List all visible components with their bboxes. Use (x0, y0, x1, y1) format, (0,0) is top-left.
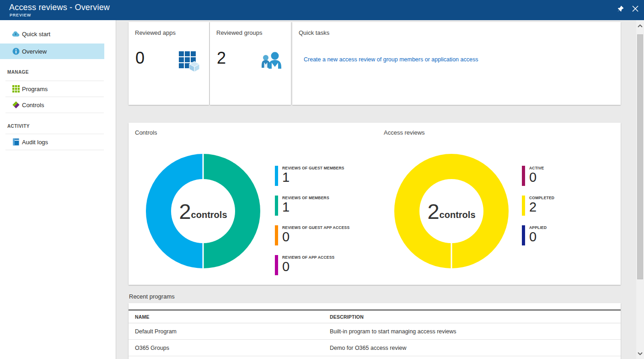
legend-item: REVIEWS OF MEMBERS 1 (275, 195, 349, 217)
create-access-review-link[interactable]: Create a new access review of group memb… (304, 56, 478, 63)
program-description: Demo for O365 access review (330, 345, 621, 351)
legend-value: 2 (529, 200, 554, 215)
sidebar-item-label: Overview (22, 48, 47, 55)
legend-label: REVIEWS OF GUEST APP ACCESS (282, 225, 349, 230)
book-icon (12, 138, 20, 146)
legend-item: APPLIED 0 (522, 224, 554, 246)
sidebar-section-manage: MANAGE (0, 67, 104, 76)
legend-swatch (275, 196, 278, 216)
card-title: Quick tasks (299, 29, 329, 36)
legend-item: REVIEWS OF GUEST MEMBERS 1 (275, 165, 349, 187)
diamond-icon (12, 101, 20, 109)
table-row[interactable]: Default Program Built-in program to star… (129, 323, 621, 340)
reviewed-apps-card[interactable]: Reviewed apps 0 (129, 22, 209, 105)
sidebar-item-audit-logs[interactable]: Audit logs (0, 134, 104, 150)
sidebar-item-label: Quick start (22, 31, 50, 38)
info-icon (12, 48, 20, 55)
donut-center-value: 2 (427, 201, 439, 222)
column-header-description: DESCRIPTION (330, 314, 621, 320)
column-header-name: NAME (129, 314, 330, 320)
legend-item: REVIEWS OF APP ACCESS 0 (275, 254, 349, 276)
preview-badge: PREVIEW (10, 13, 31, 17)
people-icon (260, 49, 283, 72)
legend-swatch (275, 225, 278, 245)
legend-label: REVIEWS OF APP ACCESS (282, 255, 334, 260)
page-title: Access reviews - Overview (9, 3, 110, 12)
program-name: Default Program (129, 328, 330, 335)
donut-center: 2 controls (171, 179, 235, 243)
reviewed-groups-count: 2 (217, 49, 226, 68)
legend-swatch (275, 166, 278, 186)
scroll-up-icon[interactable] (636, 21, 644, 30)
legend-swatch (522, 166, 525, 186)
sidebar-section-activity: ACTIVITY (0, 121, 104, 131)
sidebar: Quick start Overview MANAGE Programs Con… (0, 20, 116, 359)
card-title: Reviewed groups (216, 29, 262, 36)
controls-legend: REVIEWS OF GUEST MEMBERS 1 REVIEWS OF ME… (275, 165, 349, 284)
close-icon[interactable] (630, 4, 640, 14)
legend-label: REVIEWS OF GUEST MEMBERS (282, 166, 344, 170)
legend-item: ACTIVE 0 (522, 165, 554, 187)
access-reviews-chart-title: Access reviews (384, 129, 425, 136)
table-header-row: NAME DESCRIPTION (129, 310, 621, 323)
donut-center-value: 2 (179, 201, 191, 222)
program-name: O365 Groups (129, 345, 330, 351)
sidebar-item-quick-start[interactable]: Quick start (0, 26, 104, 42)
legend-item: REVIEWS OF GUEST APP ACCESS 0 (275, 224, 349, 246)
legend-value: 0 (529, 230, 547, 245)
main-content: Reviewed apps 0 Reviewed groups 2 Quick … (117, 20, 636, 359)
legend-value: 0 (282, 230, 349, 245)
sidebar-item-label: Programs (22, 86, 48, 92)
donut-center: 2 controls (419, 179, 483, 243)
legend-value: 1 (282, 200, 329, 215)
access-reviews-donut-chart[interactable]: 2 controls (394, 154, 509, 268)
table-top-strip (129, 303, 621, 310)
charts-card: Controls Access reviews 2 controls REVIE… (129, 123, 621, 285)
legend-value: 0 (529, 170, 544, 185)
card-title: Reviewed apps (135, 29, 176, 36)
sidebar-item-programs[interactable]: Programs (0, 81, 104, 97)
legend-item: COMPLETED 2 (522, 195, 554, 217)
access-reviews-legend: ACTIVE 0 COMPLETED 2 APPLIED 0 (522, 165, 554, 254)
legend-swatch (522, 225, 525, 245)
controls-chart-title: Controls (135, 129, 157, 136)
apps-grid-icon (178, 49, 201, 72)
controls-donut-chart[interactable]: 2 controls (146, 154, 260, 268)
legend-swatch (522, 196, 525, 216)
scrollbar-thumb[interactable] (637, 34, 643, 279)
legend-swatch (275, 255, 278, 275)
recent-programs-title: Recent programs (129, 293, 175, 300)
sidebar-item-label: Audit logs (22, 139, 48, 146)
legend-value: 0 (282, 260, 334, 274)
quick-tasks-card: Quick tasks Create a new access review o… (292, 22, 621, 105)
vertical-scrollbar[interactable] (636, 20, 644, 359)
cloud-icon (12, 30, 20, 38)
blade-header: Access reviews - Overview PREVIEW (0, 0, 644, 20)
donut-center-label: controls (191, 210, 227, 220)
program-description: Built-in program to start managing acces… (330, 328, 621, 335)
table-row[interactable]: O365 Groups Demo for O365 access review (129, 340, 621, 356)
sidebar-item-overview[interactable]: Overview (0, 44, 104, 59)
divider (5, 150, 104, 150)
recent-programs-table: NAME DESCRIPTION Default Program Built-i… (129, 303, 621, 359)
sidebar-item-controls[interactable]: Controls (0, 97, 104, 113)
legend-value: 1 (282, 170, 344, 185)
grid-icon (12, 85, 20, 93)
reviewed-groups-card[interactable]: Reviewed groups 2 (210, 22, 291, 105)
donut-center-label: controls (440, 210, 476, 220)
sidebar-item-label: Controls (22, 102, 44, 109)
reviewed-apps-count: 0 (135, 49, 145, 68)
pin-icon[interactable] (616, 4, 626, 14)
scroll-down-icon[interactable] (636, 349, 644, 358)
